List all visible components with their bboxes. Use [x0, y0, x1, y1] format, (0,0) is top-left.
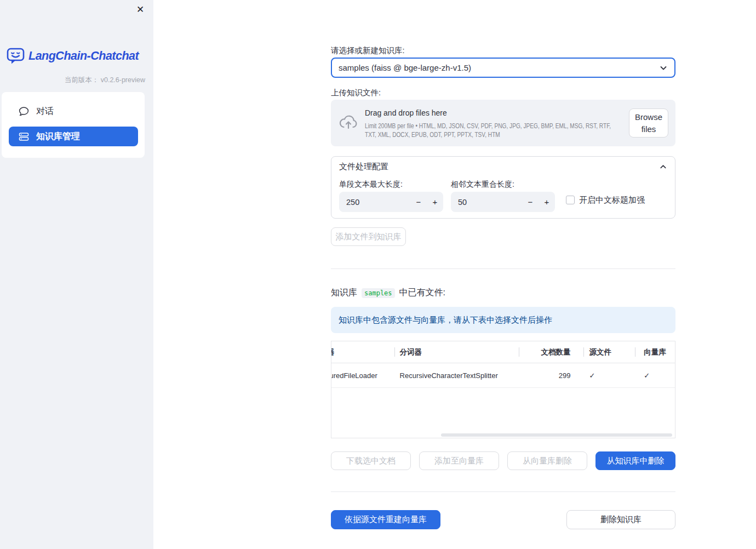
add-to-vector-store-button[interactable]: 添加至向量库 [419, 451, 499, 470]
file-config-expander-header[interactable]: 文件处理配置 [331, 157, 675, 177]
zh-title-enhance-label[interactable]: 开启中文标题加强 [579, 195, 645, 205]
kb-files-suffix: 中已有文件: [399, 287, 445, 299]
kb-stack-icon [19, 131, 29, 142]
info-alert-text: 知识库中包含源文件与向量库，请从下表中选择文件后操作 [339, 315, 552, 325]
sidebar: ✕ LangChain-Chatchat 当前版本： v0.2.6-previe… [0, 0, 153, 549]
cell-loader: UnstructuredFileLoader [331, 363, 394, 387]
browse-files-button[interactable]: Browse files [629, 108, 668, 138]
table-row[interactable]: UnstructuredFileLoader RecursiveCharacte… [331, 363, 675, 388]
column-header-splitter[interactable]: 分词器 [394, 341, 519, 363]
cell-vector-store-check: ✓ [635, 363, 675, 387]
kb-selectbox[interactable]: samples (faiss @ bge-large-zh-v1.5) [331, 58, 675, 78]
delete-kb-button[interactable]: 删除知识库 [566, 510, 675, 529]
sidebar-item-label: 对话 [36, 106, 54, 117]
add-files-to-kb-button[interactable]: 添加文件到知识库 [331, 227, 406, 246]
dropzone-limit-line1: Limit 200MB per file • HTML, MD, JSON, C… [365, 122, 611, 130]
zh-title-enhance-checkbox[interactable] [566, 196, 575, 204]
app-logo: LangChain-Chatchat [7, 47, 139, 65]
kb-files-prefix: 知识库 [331, 287, 357, 299]
delete-from-kb-button[interactable]: 从知识库中删除 [595, 451, 675, 470]
file-dropzone[interactable]: Drag and drop files here Limit 200MB per… [331, 100, 675, 146]
overlap-size-increment-button[interactable]: + [539, 192, 555, 212]
logo-smiley-icon [7, 47, 25, 65]
overlap-size-input[interactable]: 50 − + [451, 192, 555, 212]
column-header-source-file[interactable]: 源文件 [583, 341, 635, 363]
download-selected-docs-button[interactable]: 下载选中文档 [331, 451, 411, 470]
sidebar-item-kb-management[interactable]: 知识库管理 [9, 127, 138, 146]
expander-title: 文件处理配置 [339, 162, 388, 172]
chunk-size-decrement-button[interactable]: − [410, 192, 427, 212]
table-horizontal-scrollbar[interactable] [441, 433, 672, 437]
rebuild-vector-store-button[interactable]: 依据源文件重建向量库 [331, 510, 440, 529]
version-label: 当前版本： [65, 76, 99, 84]
column-header-doc-count[interactable]: 文档数量 [519, 341, 584, 363]
cell-splitter: RecursiveCharacterTextSplitter [394, 363, 519, 387]
sidebar-item-dialogue[interactable]: 对话 [9, 101, 138, 121]
cloud-upload-icon [339, 114, 358, 131]
divider [331, 491, 675, 492]
info-alert: 知识库中包含源文件与向量库，请从下表中选择文件后操作 [331, 307, 675, 333]
chunk-size-value[interactable]: 250 [339, 198, 410, 207]
version-line: 当前版本： v0.2.6-preview [65, 76, 145, 85]
file-config-expander: 文件处理配置 单段文本最大长度: 相邻文本重合长度: 250 − + 50 − … [331, 156, 675, 219]
column-header-loader[interactable]: 文档加载器 [331, 341, 394, 363]
sidebar-menu: 对话 知识库管理 [2, 92, 145, 158]
overlap-size-label: 相邻文本重合长度: [451, 180, 514, 190]
divider [331, 268, 675, 269]
sidebar-close-icon[interactable]: ✕ [134, 3, 146, 15]
chat-bubble-icon [19, 106, 29, 117]
chunk-size-input[interactable]: 250 − + [339, 192, 443, 212]
cell-source-file-check: ✓ [583, 363, 635, 387]
kb-select-label: 请选择或新建知识库: [331, 45, 405, 56]
chunk-size-increment-button[interactable]: + [427, 192, 443, 212]
kb-name-code: samples [362, 288, 395, 298]
overlap-size-decrement-button[interactable]: − [522, 192, 539, 212]
dropzone-limit-line2: TXT, XML, DOCX, EPUB, ODT, PPT, PPTX, TS… [365, 130, 500, 139]
chevron-up-icon [659, 163, 667, 171]
chunk-size-label: 单段文本最大长度: [339, 180, 403, 190]
dropzone-title: Drag and drop files here [365, 108, 447, 118]
column-header-vector-store[interactable]: 向量库 [635, 341, 675, 363]
chevron-down-icon [659, 64, 668, 72]
kb-files-table[interactable]: 文档加载器 分词器 文档数量 源文件 向量库 UnstructuredFileL… [331, 341, 675, 438]
upload-label: 上传知识文件: [331, 88, 381, 98]
version-value: v0.2.6-preview [101, 76, 145, 84]
kb-files-heading: 知识库 samples 中已有文件: [331, 287, 445, 299]
delete-from-vector-store-button[interactable]: 从向量库删除 [507, 451, 587, 470]
sidebar-item-label: 知识库管理 [36, 131, 80, 142]
cell-doc-count: 299 [519, 363, 584, 387]
overlap-size-value[interactable]: 50 [451, 198, 522, 207]
logo-wordmark: LangChain-Chatchat [28, 49, 139, 63]
main-content: 请选择或新建知识库: samples (faiss @ bge-large-zh… [331, 0, 676, 549]
kb-selectbox-value: samples (faiss @ bge-large-zh-v1.5) [339, 63, 471, 72]
table-header-row: 文档加载器 分词器 文档数量 源文件 向量库 [331, 341, 675, 363]
